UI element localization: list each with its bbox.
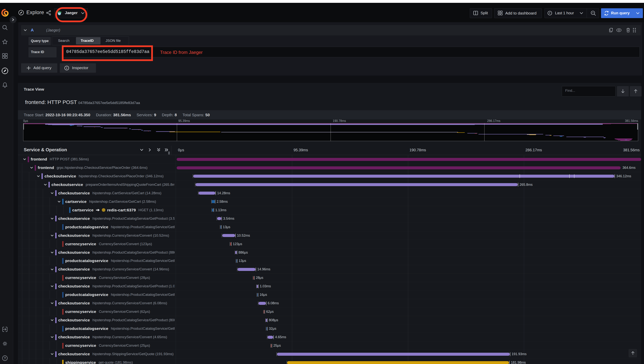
svg-text:?: ? bbox=[4, 356, 6, 360]
